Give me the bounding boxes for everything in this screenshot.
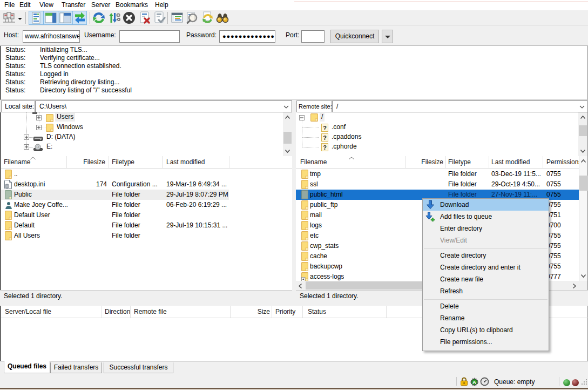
svg-text:?: ? bbox=[323, 135, 327, 141]
svg-text:A: A bbox=[472, 379, 476, 385]
svg-text:?: ? bbox=[323, 125, 327, 131]
svg-text:?: ? bbox=[323, 144, 327, 151]
